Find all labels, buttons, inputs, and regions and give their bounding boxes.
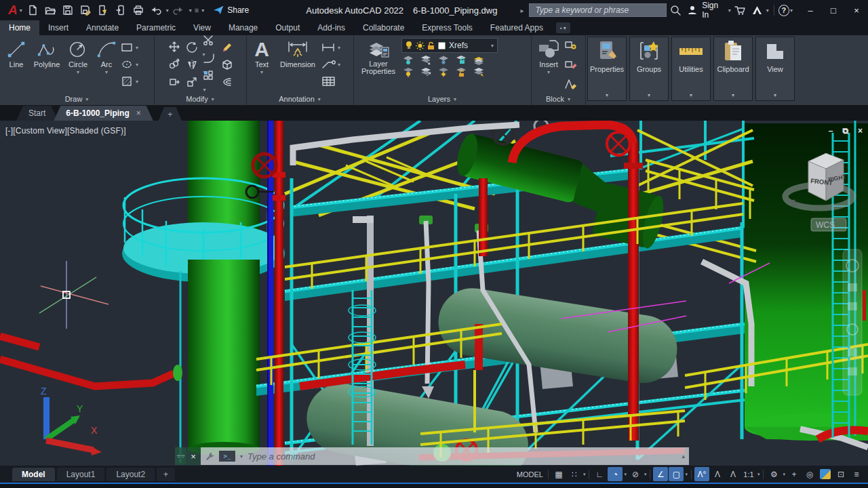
ribbon-tab-annotate[interactable]: Annotate [77,20,127,35]
polyline-button[interactable]: Polyline [31,38,62,68]
command-line-grip[interactable]: ⁘⁘ [175,447,186,465]
panel-groups[interactable]: Groups ▾ [629,37,669,101]
stretch-button[interactable] [168,76,180,88]
ribbon-tab-express-tools[interactable]: Express Tools [413,20,481,35]
customization-menu-button[interactable]: ≡ [849,467,864,481]
osnap-caret-icon[interactable]: ▾ [684,472,688,477]
file-tab-document[interactable]: 6-B-1000_Piping × [54,106,153,121]
save-as-button[interactable] [77,2,94,18]
ribbon-tab-manage[interactable]: Manage [220,20,267,35]
layer-unlock-all-icon[interactable] [456,67,467,77]
graphics-performance-button[interactable] [818,467,833,481]
layer-lock-icon[interactable] [456,55,467,65]
leader-button[interactable]: ▾ [321,56,341,73]
wcs-menu[interactable]: WCS [811,218,846,231]
navbar-steering-icon[interactable] [848,348,857,357]
panel-view[interactable]: View ▾ [755,37,795,101]
ribbon-tab-output[interactable]: Output [267,20,309,35]
share-button[interactable]: Share [213,5,249,16]
layout1-tab[interactable]: Layout1 [57,468,105,481]
annotation-visibility-toggle[interactable]: Λ° [694,467,709,481]
panel-properties[interactable]: Properties ▾ [587,37,627,101]
navbar-zoom-icon[interactable] [848,302,857,310]
ribbon-tab-collaborate[interactable]: Collaborate [354,20,413,35]
annotation-scale-caret-icon[interactable]: ▾ [757,472,761,477]
app-store-button[interactable] [732,2,749,18]
object-snap-tracking-toggle[interactable]: ∠ [653,467,668,481]
navbar-show-motion-icon[interactable] [848,367,857,375]
annotation-monitor-button[interactable]: + [787,467,802,481]
isolate-objects-button[interactable]: ◎ [802,467,817,481]
annotation-scale-value[interactable]: 1:1 [741,467,756,481]
table-button[interactable] [321,73,341,89]
navbar-pan-icon[interactable] [848,283,857,291]
autocad-logo-icon[interactable]: A [4,3,18,18]
undo-caret-icon[interactable]: ▾ [165,7,170,14]
erase-button[interactable] [221,41,233,53]
workspace-switching-button[interactable]: ⚙ [766,467,781,481]
open-file-button[interactable] [42,2,58,18]
layer-match-icon[interactable] [420,67,432,77]
arc-button[interactable]: Arc ▾ [94,38,119,75]
layer-off-icon[interactable] [403,67,414,77]
scale-button[interactable] [186,76,198,88]
model-tab[interactable]: Model [12,468,55,481]
ortho-toggle[interactable]: ∟ [592,467,607,481]
ribbon-tab-parametric[interactable]: Parametric [127,20,184,35]
ribbon-tab-home[interactable]: Home [0,20,39,35]
layer-unisolate-icon[interactable] [420,55,432,65]
help-caret-icon[interactable]: ▾ [789,7,793,14]
plot-button[interactable] [130,2,146,18]
panel-utilities[interactable]: Utilities ▾ [671,37,711,101]
snap-toggle[interactable]: ∷ [567,467,582,481]
workspace-caret-icon[interactable]: ▾ [782,472,786,477]
window-maximize-button[interactable]: □ [822,0,845,20]
sign-in-label[interactable]: Sign In [702,1,726,20]
command-input[interactable]: >_ ▾ Type a command ▴ [201,447,689,465]
object-snap-toggle[interactable]: ▢ [669,467,684,481]
circle-button[interactable]: Circle ▾ [64,38,92,75]
qat-customize-caret-icon[interactable]: ▾ [201,7,205,14]
panel-draw-label[interactable]: Draw ▾ [0,93,154,105]
layer-thaw-all-icon[interactable] [438,67,450,77]
clean-screen-button[interactable]: ⊡ [833,467,848,481]
window-close-button[interactable]: × [845,0,868,20]
dimension-button[interactable]: Dimension [275,38,320,68]
drawing-minimize-button[interactable]: – [829,126,833,136]
make-current-layer-icon[interactable] [473,55,485,65]
move-button[interactable] [168,41,180,53]
ribbon-tab-featured-apps[interactable]: Featured Apps [481,20,552,35]
panel-layers-label[interactable]: Layers ▾ [354,93,531,105]
save-button[interactable] [60,2,76,18]
dim-linear-button[interactable]: ▾ [321,39,341,56]
app-menu-caret-icon[interactable]: ▾ [19,7,23,14]
qat-customize-icon[interactable]: ≡ [194,6,199,14]
panel-annotation-label[interactable]: Annotation ▾ [247,93,353,105]
search-button[interactable] [667,2,684,18]
explode-button[interactable] [221,58,233,70]
document-tab-close-icon[interactable]: × [136,108,141,118]
copy-button[interactable] [168,58,180,70]
array-button[interactable]: ▾ [203,70,216,94]
define-attributes-icon[interactable] [564,79,579,89]
file-tab-start[interactable]: Start [16,106,58,121]
text-button[interactable]: A Text ▾ [250,38,274,75]
save-to-web-mobile-button[interactable] [113,2,129,18]
new-layout-button[interactable]: + [157,468,175,481]
new-file-button[interactable] [24,2,41,18]
command-prompt-icon[interactable]: >_ [219,451,235,462]
grid-toggle[interactable]: ▦ [551,467,566,481]
window-minimize-button[interactable]: – [799,0,822,20]
create-block-icon[interactable] [564,39,578,50]
open-from-web-mobile-button[interactable] [95,2,111,18]
mirror-button[interactable] [186,58,198,70]
rotate-button[interactable] [186,41,198,53]
rectangle-button[interactable]: ▾ [121,39,139,56]
edit-block-icon[interactable] [564,59,578,70]
isodraft-toggle[interactable]: ⊘ [628,467,643,481]
ribbon-display-toggle[interactable]: ▪ ▾ [556,22,570,33]
panel-block-label[interactable]: Block ▾ [532,93,585,105]
line-button[interactable]: Line [3,38,30,68]
annotation-scale-icon-button[interactable]: Λ [726,467,741,481]
panel-clipboard[interactable]: Clipboard ▾ [713,37,753,101]
